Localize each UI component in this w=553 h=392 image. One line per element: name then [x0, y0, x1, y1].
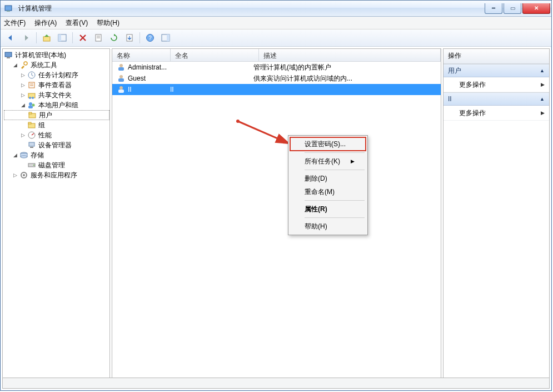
forward-button[interactable]: [19, 31, 33, 44]
tree-shared-folders[interactable]: ▷ 共享文件夹: [4, 90, 109, 100]
svg-point-40: [119, 64, 123, 67]
close-button[interactable]: ✕: [522, 3, 550, 14]
show-hide-action-pane-button[interactable]: [159, 31, 172, 44]
toolbar-separator: [72, 32, 73, 43]
list-row[interactable]: Administrat... 管理计算机(域)的内置帐户: [112, 62, 441, 73]
submenu-arrow-icon: ▶: [351, 158, 355, 164]
services-icon: [19, 171, 28, 180]
expand-icon[interactable]: ▷: [19, 82, 26, 88]
menu-rename[interactable]: 重命名(M): [290, 185, 366, 199]
menu-help[interactable]: 帮助(H): [290, 220, 366, 233]
svg-rect-25: [28, 106, 33, 108]
collapse-arrow-icon: ▲: [540, 96, 545, 102]
toolbar-separator: [36, 32, 37, 43]
actions-more-actions-2[interactable]: 更多操作 ▶: [444, 106, 549, 121]
menu-set-password[interactable]: 设置密码(S)...: [290, 137, 366, 151]
column-description[interactable]: 描述: [259, 49, 441, 61]
column-fullname[interactable]: 全名: [171, 49, 259, 61]
tree-device-manager[interactable]: 设备管理器: [4, 140, 109, 150]
svg-rect-29: [28, 122, 31, 124]
list-row-selected[interactable]: II II: [112, 84, 441, 95]
tree-label: 服务和应用程序: [31, 171, 77, 180]
expand-icon[interactable]: ▷: [19, 132, 26, 138]
chevron-right-icon: ▶: [541, 82, 545, 87]
tree-storage[interactable]: ◢ 存储: [4, 150, 109, 160]
actions-section-selected[interactable]: II ▲: [444, 92, 549, 106]
actions-title: 操作: [444, 49, 549, 64]
svg-point-47: [236, 120, 240, 123]
tree-performance[interactable]: ▷ 性能: [4, 130, 109, 140]
tree-task-scheduler[interactable]: ▷ 任务计划程序: [4, 70, 109, 80]
help-button[interactable]: ?: [143, 31, 157, 44]
tree-event-viewer[interactable]: ▷ 事件查看器: [4, 80, 109, 90]
chevron-right-icon: ▶: [541, 110, 545, 116]
cell-name: II: [128, 86, 132, 93]
back-button[interactable]: [4, 31, 17, 44]
list-row[interactable]: Guest 供来宾访问计算机或访问域的内...: [112, 73, 441, 84]
tree-label: 存储: [31, 151, 44, 160]
tree-local-users-groups[interactable]: ◢ 本地用户和组: [4, 100, 109, 110]
maximize-button[interactable]: ▭: [504, 3, 521, 14]
window-controls: ━ ▭ ✕: [484, 3, 550, 14]
menu-separator: [305, 152, 365, 153]
actions-section-users[interactable]: 用户 ▲: [444, 64, 549, 77]
tree-label: 任务计划程序: [38, 71, 78, 80]
export-list-button[interactable]: [123, 31, 136, 44]
up-button[interactable]: [40, 31, 53, 44]
app-icon: [4, 4, 13, 13]
collapse-icon[interactable]: ◢: [12, 152, 18, 158]
menu-help[interactable]: 帮助(H): [97, 18, 119, 28]
tree-label: 设备管理器: [38, 141, 72, 150]
tree-root[interactable]: 计算机管理(本地): [4, 50, 109, 60]
toolbar-separator: [140, 32, 140, 43]
user-icon: [117, 63, 126, 72]
tree-system-tools[interactable]: ◢ 系统工具: [4, 60, 109, 70]
show-hide-console-tree-button[interactable]: [56, 31, 69, 44]
menu-delete[interactable]: 删除(D): [290, 172, 366, 185]
tree-disk-management[interactable]: 磁盘管理: [4, 160, 109, 170]
menu-action[interactable]: 操作(A): [34, 18, 57, 28]
cell-name: Guest: [128, 75, 146, 82]
blank-icon: [19, 142, 26, 148]
menu-file[interactable]: 文件(F): [4, 18, 26, 28]
storage-icon: [19, 151, 28, 160]
menu-all-tasks[interactable]: 所有任务(K)▶: [290, 155, 366, 168]
tree-label: 本地用户和组: [38, 101, 78, 110]
svg-line-46: [238, 121, 289, 143]
svg-rect-0: [5, 6, 12, 11]
blank-icon: [19, 162, 26, 168]
shared-folder-icon: [27, 91, 36, 100]
svg-rect-41: [118, 67, 124, 71]
expand-icon[interactable]: ▷: [12, 172, 18, 178]
tree-groups[interactable]: 组: [4, 120, 109, 130]
svg-point-39: [23, 174, 25, 176]
expand-icon[interactable]: ▷: [19, 72, 26, 78]
menu-view[interactable]: 查看(V): [66, 18, 88, 28]
user-icon: [117, 85, 126, 94]
properties-button[interactable]: [92, 31, 105, 44]
tree-users[interactable]: 用户: [4, 110, 109, 120]
refresh-button[interactable]: [107, 31, 121, 44]
tree-label: 事件查看器: [38, 81, 72, 90]
tree-label: 组: [38, 121, 45, 130]
expand-icon[interactable]: ▷: [19, 92, 26, 98]
tree-services-apps[interactable]: ▷ 服务和应用程序: [4, 170, 109, 180]
delete-button[interactable]: [76, 31, 89, 44]
tree-label: 共享文件夹: [38, 91, 72, 100]
column-name[interactable]: 名称: [112, 49, 171, 61]
minimize-button[interactable]: ━: [485, 3, 502, 14]
svg-point-44: [119, 86, 123, 90]
list-header: 名称 全名 描述: [112, 49, 441, 62]
actions-more-actions[interactable]: 更多操作 ▶: [444, 77, 549, 92]
svg-rect-4: [58, 34, 61, 41]
menubar: 文件(F) 操作(A) 查看(V) 帮助(H): [1, 17, 551, 29]
list-pane[interactable]: 名称 全名 描述 Administrat... 管理计算机(域)的内置帐户 Gu…: [112, 48, 441, 388]
svg-rect-1: [7, 11, 10, 12]
cell-description: 管理计算机(域)的内置帐户: [249, 63, 441, 72]
menu-properties[interactable]: 属性(R): [290, 202, 366, 216]
collapse-icon[interactable]: ◢: [19, 102, 26, 108]
user-icon: [117, 74, 126, 83]
tree-pane[interactable]: 计算机管理(本地) ◢ 系统工具 ▷ 任务计划程序 ▷ 事件查看器: [2, 48, 110, 388]
svg-rect-12: [167, 34, 170, 41]
collapse-icon[interactable]: ◢: [12, 62, 18, 68]
